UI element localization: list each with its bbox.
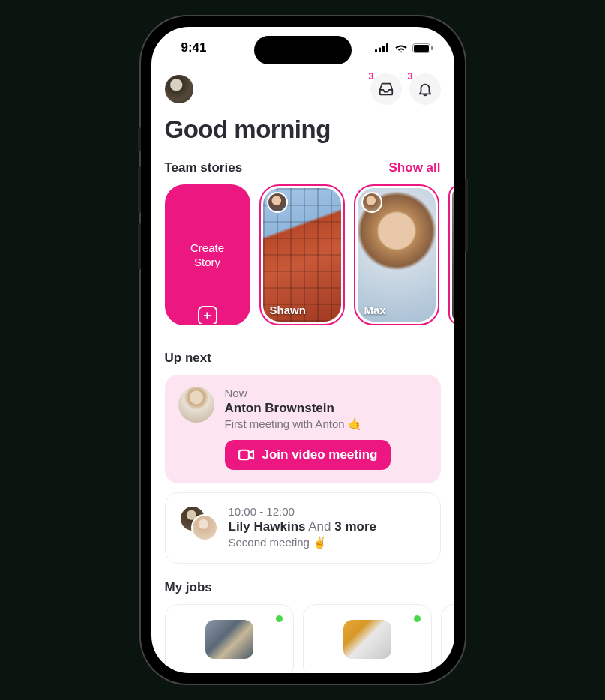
meeting-who: Anton Brownstein xyxy=(225,401,427,416)
wifi-icon xyxy=(394,43,408,53)
meeting-card-upcoming[interactable]: 10:00 - 12:00 Lily Hawkins And 3 more Se… xyxy=(165,492,441,564)
inbox-badge: 3 xyxy=(369,70,374,82)
meeting-avatar-stack xyxy=(179,505,218,541)
plus-icon: + xyxy=(198,306,217,325)
create-story-label: Create Story xyxy=(190,241,224,270)
svg-rect-2 xyxy=(382,46,385,52)
job-card[interactable] xyxy=(165,604,294,673)
story-author-avatar xyxy=(267,192,288,213)
story-card[interactable]: Max xyxy=(354,184,439,325)
profile-avatar[interactable] xyxy=(165,75,193,103)
up-next-title: Up next xyxy=(165,351,211,366)
story-author-name: Max xyxy=(364,304,386,316)
screen: 9:41 3 3 Good morning xyxy=(151,27,454,673)
svg-rect-0 xyxy=(375,49,377,52)
meeting-what: Second meeting ✌️ xyxy=(229,536,427,549)
stories-title: Team stories xyxy=(165,160,243,175)
notifications-badge: 3 xyxy=(408,70,413,82)
job-thumbnail xyxy=(205,620,253,659)
job-card-partial[interactable] xyxy=(441,604,454,673)
svg-rect-3 xyxy=(386,43,388,52)
page-title: Good morning xyxy=(165,115,441,144)
svg-rect-1 xyxy=(379,48,381,53)
my-jobs-title: My jobs xyxy=(165,580,212,595)
stories-show-all[interactable]: Show all xyxy=(389,160,441,175)
phone-frame: 9:41 3 3 Good morning xyxy=(141,16,465,684)
video-icon xyxy=(238,449,255,461)
app-header: 3 3 xyxy=(151,69,454,111)
status-dot-icon xyxy=(276,615,283,622)
jobs-row xyxy=(165,604,454,673)
story-author-avatar xyxy=(361,192,382,213)
battery-icon xyxy=(412,43,433,53)
bell-icon xyxy=(417,81,433,97)
story-card[interactable]: Shawn xyxy=(259,184,345,325)
svg-rect-5 xyxy=(414,45,429,52)
inbox-icon xyxy=(378,81,394,97)
meeting-who: Lily Hawkins And 3 more xyxy=(229,519,427,534)
story-author-name: Shawn xyxy=(270,304,306,316)
meeting-card-current[interactable]: Now Anton Brownstein First meeting with … xyxy=(165,375,441,483)
story-card-partial[interactable] xyxy=(448,184,454,325)
job-thumbnail xyxy=(343,620,391,659)
svg-rect-6 xyxy=(431,46,433,50)
status-time: 9:41 xyxy=(181,40,207,55)
inbox-button[interactable]: 3 xyxy=(370,73,402,105)
dynamic-island xyxy=(254,36,352,64)
meeting-when: 10:00 - 12:00 xyxy=(229,505,427,518)
join-meeting-button[interactable]: Join video meeting xyxy=(225,440,391,470)
job-card[interactable] xyxy=(303,604,432,673)
stories-header: Team stories Show all xyxy=(165,160,441,175)
cellular-icon xyxy=(375,43,390,52)
notifications-button[interactable]: 3 xyxy=(409,73,441,105)
meeting-when: Now xyxy=(225,387,427,399)
status-icons xyxy=(375,43,433,53)
create-story-card[interactable]: Create Story + xyxy=(165,184,250,325)
svg-rect-7 xyxy=(239,450,249,459)
status-dot-icon xyxy=(414,615,421,622)
meeting-what: First meeting with Anton 🤙 xyxy=(225,417,427,431)
stories-row: Create Story + Shawn Max xyxy=(165,184,454,325)
join-meeting-label: Join video meeting xyxy=(262,447,378,462)
meeting-avatar xyxy=(178,387,214,423)
